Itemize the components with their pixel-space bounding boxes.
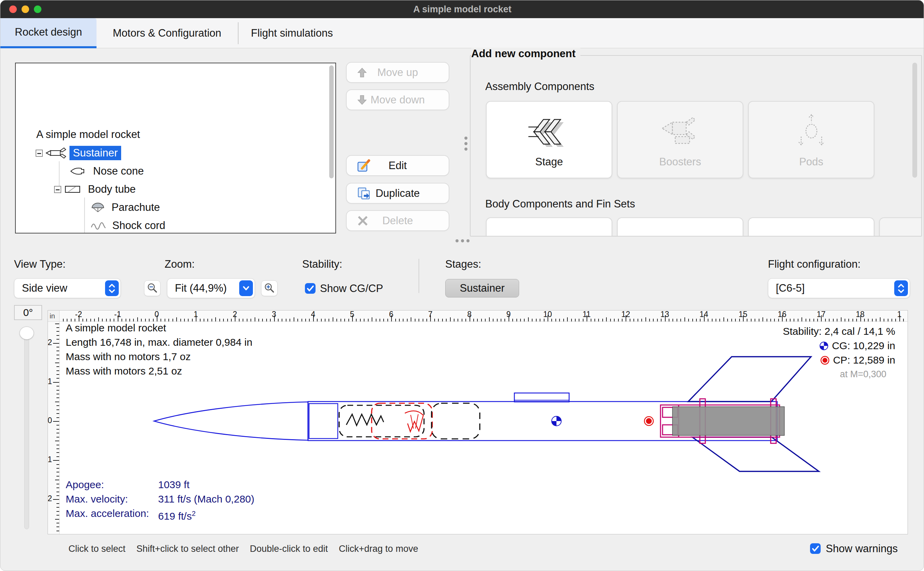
v-ruler-tick	[53, 421, 59, 422]
zoom-select[interactable]: Fit (44,9%)	[167, 278, 255, 298]
flight-config-label: Flight configuration:	[768, 258, 861, 270]
stability-value: Stability: 2,4 cal / 14,1 %	[783, 326, 895, 337]
delete-button[interactable]: Delete	[346, 210, 449, 231]
v-ruler-tick	[57, 484, 59, 485]
flight-config-select[interactable]: [C6-5]	[768, 278, 910, 298]
collapse-icon[interactable]	[54, 186, 61, 193]
h-ruler-tick	[567, 317, 568, 321]
tree-row-body-tube[interactable]: Body tube	[54, 181, 139, 198]
h-ruler-tick	[286, 319, 286, 321]
v-ruler-label: 1	[48, 377, 52, 386]
flight-stats-block: Apogee:1039 ft Max. velocity:311 ft/s (M…	[66, 478, 254, 523]
tree-row-shock-cord[interactable]: Shock cord	[88, 218, 169, 233]
tab-motors-configuration[interactable]: Motors & Configuration	[97, 18, 237, 48]
body-component-card[interactable]	[748, 218, 875, 236]
add-pods-card[interactable]: Pods	[748, 101, 875, 178]
v-ruler-tick	[53, 382, 59, 383]
zoom-out-button[interactable]	[144, 280, 160, 296]
h-ruler-tick	[661, 319, 662, 321]
tree-scrollbar[interactable]	[329, 65, 334, 178]
h-ruler-tick	[379, 319, 380, 321]
h-ruler-tick	[423, 319, 424, 321]
h-ruler-tick	[649, 319, 650, 321]
tree-row-nose-cone[interactable]: Nose cone	[67, 163, 147, 179]
motor-body[interactable]	[673, 407, 784, 435]
edit-button[interactable]: Edit	[346, 155, 449, 176]
show-cgcp-checkbox[interactable]	[305, 283, 316, 294]
chevron-up-down-icon	[894, 280, 908, 296]
zoom-in-button[interactable]	[261, 280, 277, 296]
wadding-outline[interactable]	[431, 403, 480, 439]
v-ruler-tick	[57, 413, 59, 414]
stage-toggle-sustainer[interactable]: Sustainer	[445, 279, 519, 298]
h-ruler-tick	[696, 319, 697, 321]
h-ruler-tick	[544, 319, 545, 321]
h-ruler-tick	[653, 319, 654, 321]
h-ruler-label: 13	[661, 310, 669, 319]
h-ruler-tick	[442, 319, 443, 321]
nose-cone-outline[interactable]	[154, 402, 308, 440]
body-component-card[interactable]	[879, 218, 922, 236]
h-ruler-label: 1	[194, 310, 198, 319]
component-tree[interactable]: A simple model rocket Sustainer Nose con	[15, 63, 336, 233]
h-ruler-tick	[622, 319, 622, 321]
tree-row-root[interactable]: A simple model rocket	[33, 126, 143, 143]
hint-double-click: Double-click to edit	[250, 543, 328, 554]
h-ruler-tick	[610, 319, 611, 321]
body-components-heading: Body Components and Fin Sets	[485, 198, 635, 210]
boosters-icon	[618, 112, 742, 153]
tree-root-label: A simple model rocket	[33, 127, 143, 142]
v-ruler-label: -2	[48, 494, 52, 503]
cp-line: CP: 12,589 in	[783, 353, 895, 367]
collapse-icon[interactable]	[35, 150, 43, 157]
view-type-label: View Type:	[14, 258, 66, 270]
move-up-button[interactable]: Move up	[346, 62, 449, 83]
tab-label: Motors & Configuration	[112, 27, 221, 39]
rotation-slider-knob[interactable]	[20, 327, 34, 340]
h-ruler-tick	[336, 319, 337, 321]
h-ruler-tick	[829, 319, 830, 321]
v-ruler-tick	[57, 448, 59, 449]
rotation-slider-track[interactable]	[24, 332, 29, 529]
add-panel-scrollbar[interactable]	[912, 63, 917, 177]
show-warnings-checkbox[interactable]	[810, 543, 821, 554]
h-ruler-tick	[520, 319, 521, 321]
shock-cord-icon	[90, 220, 106, 231]
h-ruler-tick	[551, 319, 552, 321]
h-ruler-tick	[790, 319, 790, 321]
h-ruler-tick	[801, 317, 802, 321]
h-ruler-tick	[536, 319, 537, 321]
v-ruler-tick	[57, 378, 59, 379]
h-ruler-tick	[724, 317, 724, 321]
duplicate-button[interactable]: Duplicate	[346, 183, 449, 204]
v-ruler-label: 0	[48, 416, 52, 425]
fin-lower-outline[interactable]	[692, 437, 819, 471]
body-component-card[interactable]	[486, 218, 612, 236]
body-component-card[interactable]	[617, 218, 743, 236]
add-boosters-card[interactable]: Boosters	[617, 101, 743, 178]
mass-motors-line: Mass with motors 2,51 oz	[66, 364, 252, 378]
parachute-outline[interactable]	[372, 403, 432, 439]
h-ruler-tick	[833, 319, 834, 321]
v-ruler-tick	[55, 401, 59, 402]
view-type-select[interactable]: Side view	[14, 278, 121, 298]
card-label: Pods	[749, 156, 874, 168]
tree-row-parachute[interactable]: Parachute	[88, 199, 163, 216]
tree-row-sustainer[interactable]: Sustainer	[35, 145, 121, 161]
tab-label: Flight simulations	[251, 27, 333, 39]
h-ruler-tick	[290, 319, 290, 321]
h-ruler-tick	[450, 317, 451, 321]
rocket-design-canvas[interactable]: in -2-101234567891011121314151617181 210…	[48, 310, 908, 534]
hint-shift-click: Shift+click to select other	[137, 543, 239, 554]
shock-cord-outline[interactable]	[339, 405, 424, 437]
tab-rocket-design[interactable]: Rocket design	[0, 18, 97, 48]
h-ruler-tick	[305, 319, 306, 321]
tab-flight-simulations[interactable]: Flight simulations	[238, 18, 346, 48]
move-down-button[interactable]: Move down	[346, 90, 449, 110]
h-ruler-label: 15	[739, 310, 747, 319]
nose-shoulder[interactable]	[309, 404, 338, 438]
add-stage-card[interactable]: Stage	[486, 101, 612, 178]
assembly-components-heading: Assembly Components	[485, 80, 594, 93]
v-ruler: 210-1-2	[48, 322, 60, 534]
h-ruler-label: -1	[114, 310, 121, 319]
